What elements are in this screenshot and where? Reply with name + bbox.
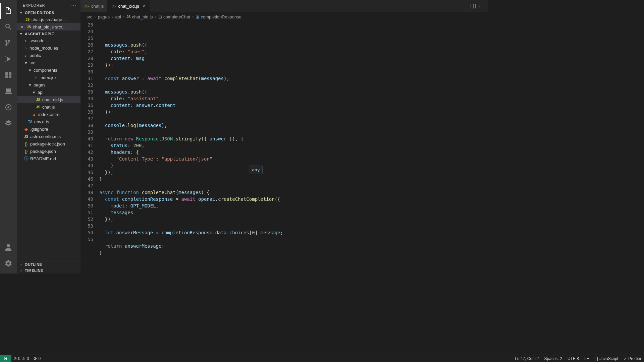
breadcrumb-item: ⊞completionResponse — [196, 14, 241, 19]
file-package-json[interactable]: {}package.json — [17, 147, 80, 155]
js-icon: JS — [25, 18, 30, 21]
file-chat-js[interactable]: JSchat.js — [17, 103, 80, 111]
remote-icon — [4, 87, 12, 95]
file-env-d-ts[interactable]: TSenv.d.ts — [17, 118, 80, 125]
tab-bar: JS chat.js JS chat_old.js × ··· — [80, 0, 488, 12]
chevron-right-icon: › — [19, 268, 23, 273]
open-editor-item[interactable]: JS chat.js src/page... — [17, 16, 80, 23]
js-icon: JS — [111, 4, 116, 8]
folder-vscode[interactable]: ›.vscode — [17, 37, 80, 44]
activity-explorer[interactable] — [0, 3, 16, 19]
file-chat-old-js[interactable]: JSchat_old.js — [17, 96, 80, 103]
code-content[interactable]: any messages.push({ role: "user", conten… — [99, 21, 488, 274]
file-package-lock[interactable]: {}package-lock.json — [17, 140, 80, 147]
file-gitignore[interactable]: ◆.gitignore — [17, 125, 80, 133]
file-index-jsx[interactable]: ⚛index.jsx — [17, 74, 80, 81]
folder-node-modules[interactable]: ›node_modules — [17, 44, 80, 52]
file-readme[interactable]: ⓘREADME.md — [17, 155, 80, 162]
activity-astro[interactable] — [0, 99, 16, 115]
activity-accounts[interactable] — [0, 239, 16, 255]
chevron-right-icon: › — [23, 38, 28, 43]
json-icon: {} — [23, 141, 29, 146]
outline-header[interactable]: › OUTLINE — [17, 261, 80, 267]
folder-src[interactable]: ▾src — [17, 59, 80, 66]
breadcrumb[interactable]: src› pages› api› JSchat_old.js› ⊞complet… — [80, 12, 488, 21]
chevron-right-icon: › — [19, 262, 23, 266]
sidebar-title: EXPLORER — [23, 3, 45, 7]
account-icon — [4, 243, 12, 251]
chevron-down-icon: ▾ — [32, 90, 36, 95]
breadcrumb-item: api — [115, 14, 121, 19]
chevron-down-icon: ▾ — [28, 68, 32, 73]
chevron-right-icon: › — [23, 46, 28, 51]
gear-icon — [4, 259, 12, 267]
js-icon: JS — [36, 98, 41, 102]
chevron-down-icon: ▾ — [28, 82, 32, 87]
breadcrumb-item: src — [87, 14, 92, 19]
folder-public[interactable]: ›public — [17, 52, 80, 59]
more-icon[interactable]: ··· — [479, 3, 484, 9]
workspace-header[interactable]: ▾ AI-CHAT KOPIE — [17, 31, 80, 37]
branch-icon — [4, 39, 12, 47]
file-index-astro[interactable]: ▲index.astro — [17, 111, 80, 118]
hover-tooltip: any — [249, 166, 263, 174]
file-tree: ›.vscode ›node_modules ›public ▾src ▾com… — [17, 37, 80, 261]
debug-icon — [4, 55, 12, 63]
chevron-down-icon: ▾ — [19, 32, 23, 36]
ts-icon: TS — [28, 120, 33, 124]
breadcrumb-item: ⊞completeChat — [158, 14, 190, 19]
method-icon: ⊞ — [158, 14, 162, 19]
astro-icon — [5, 104, 12, 111]
activity-source-control[interactable] — [0, 35, 16, 51]
files-icon — [4, 7, 12, 15]
chevron-down-icon: ▾ — [23, 60, 28, 65]
close-icon[interactable]: × — [141, 3, 147, 9]
file-astro-config[interactable]: JSastro.config.mjs — [17, 133, 80, 140]
variable-icon: ⊞ — [196, 14, 199, 19]
tab-chat-js[interactable]: JS chat.js — [80, 0, 108, 12]
activity-settings[interactable] — [0, 255, 16, 272]
js-icon: JS — [84, 4, 89, 8]
breadcrumb-item: pages — [98, 14, 110, 19]
chevron-right-icon: › — [23, 53, 28, 58]
git-icon: ◆ — [23, 127, 29, 132]
folder-pages[interactable]: ▾pages — [17, 81, 80, 88]
activity-bar — [0, 0, 17, 274]
activity-misc[interactable] — [0, 115, 16, 131]
close-icon[interactable]: × — [19, 24, 25, 29]
json-icon: {} — [23, 149, 29, 154]
activity-search[interactable] — [0, 19, 16, 35]
line-numbers: 2324252627282930313233343536373839404142… — [80, 21, 99, 274]
info-icon: ⓘ — [23, 156, 29, 162]
js-icon: JS — [36, 105, 41, 109]
chevron-down-icon: ▾ — [19, 10, 23, 15]
sidebar: EXPLORER ··· ▾ OPEN EDITORS JS chat.js s… — [17, 0, 80, 274]
svg-point-1 — [7, 106, 9, 108]
tab-chat-old-js[interactable]: JS chat_old.js × — [108, 0, 150, 12]
timeline-header[interactable]: › TIMELINE — [17, 267, 80, 274]
folder-api[interactable]: ▾api — [17, 88, 80, 96]
activity-run-debug[interactable] — [0, 51, 16, 67]
breadcrumb-item: JSchat_old.js — [126, 14, 153, 19]
layers-icon — [5, 120, 12, 127]
astro-file-icon: ▲ — [32, 112, 37, 117]
code-editor[interactable]: 2324252627282930313233343536373839404142… — [80, 21, 488, 274]
folder-components[interactable]: ▾components — [17, 66, 80, 74]
open-editor-item-active[interactable]: × JS chat_old.js src/... — [17, 23, 80, 31]
extensions-icon — [4, 71, 12, 79]
search-icon — [4, 23, 12, 31]
js-icon: JS — [26, 25, 32, 29]
open-editors-header[interactable]: ▾ OPEN EDITORS — [17, 9, 80, 16]
js-icon: JS — [23, 135, 29, 138]
sidebar-more-icon[interactable]: ··· — [71, 3, 76, 7]
activity-extensions[interactable] — [0, 67, 16, 83]
js-icon: JS — [126, 15, 130, 19]
activity-remote-explorer[interactable] — [0, 83, 16, 99]
split-editor-icon[interactable] — [471, 3, 476, 9]
jsx-icon: ⚛ — [33, 76, 38, 79]
